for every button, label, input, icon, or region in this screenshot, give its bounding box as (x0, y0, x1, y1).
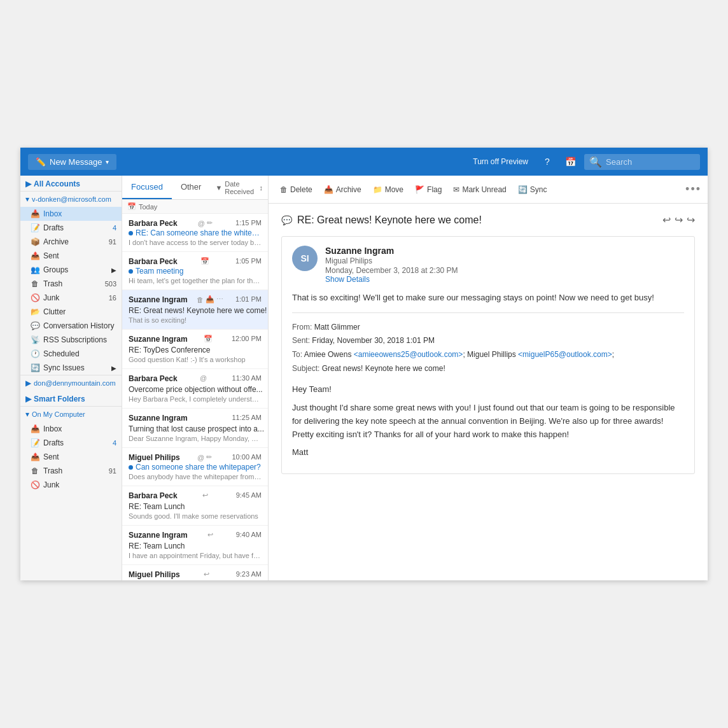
sync-button[interactable]: 🔄 Sync (513, 182, 552, 197)
new-message-button[interactable]: ✏️ New Message ▾ (28, 154, 116, 170)
email-item[interactable]: Barbara Peck 📅 1:05 PM Team meeting Hi t… (122, 252, 268, 290)
smart-folders-header[interactable]: ▶ Smart Folders (20, 391, 122, 406)
more-options-button[interactable]: ••• (685, 183, 701, 196)
sidebar-item-omc-junk[interactable]: 🚫 Junk (20, 478, 122, 492)
inbox-icon: 📥 (31, 209, 39, 218)
sidebar-item-archive[interactable]: 📦 Archive 91 (20, 235, 122, 249)
sync-icon: 🔄 (31, 363, 39, 372)
sidebar-item-scheduled[interactable]: 🕐 Scheduled (20, 347, 122, 361)
thread-title: 💬 RE: Great news! Keynote here we come! … (281, 214, 695, 226)
sidebar-item-trash[interactable]: 🗑 Trash 503 (20, 277, 122, 291)
at-icon: @ (198, 220, 205, 227)
chevron-down-icon: ▾ (25, 195, 29, 204)
sidebar-item-omc-drafts[interactable]: 📝 Drafts 4 (20, 436, 122, 450)
sidebar-item-omc-inbox[interactable]: 📥 Inbox (20, 422, 122, 436)
at-icon2: @ (200, 374, 207, 382)
email-meta: From: Matt Glimmer Sent: Friday, Novembe… (292, 321, 684, 375)
sent-icon2: 📤 (31, 452, 39, 461)
sidebar-item-omc-trash[interactable]: 🗑 Trash 91 (20, 464, 122, 478)
junk-icon2: 🚫 (31, 480, 39, 489)
more-small-icon: ⋯ (216, 295, 223, 304)
date-group: 📅 Today (122, 200, 268, 214)
archive-toolbar-icon: 📥 (324, 185, 333, 194)
delete-icon: 🗑 (280, 185, 288, 194)
sidebar-item-conversation-history[interactable]: 💬 All Accounts Conversation History (20, 319, 122, 333)
avatar: SI (292, 246, 318, 271)
email-body-full: Hey Team! Just thought I'd share some gr… (292, 383, 684, 459)
clutter-icon: 📂 (31, 307, 39, 316)
move-icon: 📁 (373, 185, 382, 194)
expand-icon: ▶ (111, 267, 116, 274)
account2-header[interactable]: ▶ don@dennymountain.com (20, 375, 122, 391)
sort-button[interactable]: ▼ Date Received ↕ (210, 180, 268, 195)
all-accounts-header[interactable]: ▶ All Accounts (20, 176, 122, 191)
email-list-body: 📅 Today Barbara Peck @ ✏ 1:15 PM (122, 200, 268, 580)
sort-icon: ↕ (260, 184, 263, 192)
reply-icon[interactable]: ↩ (662, 214, 671, 226)
chevron-right-icon: ▶ (25, 179, 31, 188)
reply-all-icon[interactable]: ↪ (675, 214, 683, 226)
sidebar-item-junk[interactable]: 🚫 Junk 16 (20, 291, 122, 305)
archive-icon: 📦 (31, 237, 39, 246)
at-icon3: @ (197, 454, 204, 461)
account1-header[interactable]: ▾ v-donken@microsoft.com (20, 191, 122, 207)
archive-button[interactable]: 📥 Archive (319, 182, 367, 197)
expand-icon2: ▶ (111, 365, 116, 372)
reading-content: 💬 RE: Great news! Keynote here we come! … (269, 204, 708, 580)
sidebar-item-sync-issues[interactable]: 🔄 Sync Issues ▶ (20, 361, 122, 375)
search-box[interactable]: 🔍 (584, 154, 700, 170)
on-my-computer-header[interactable]: ▾ On My Computer (20, 406, 122, 422)
delete-small-icon: 🗑 (197, 296, 204, 304)
inbox-icon2: 📥 (31, 424, 39, 433)
mark-unread-button[interactable]: ✉ Mark Unread (448, 182, 511, 197)
email-item[interactable]: Suzanne Ingram 11:25 AM Turning that los… (122, 409, 268, 448)
chevron-down-icon: ▾ (106, 158, 109, 165)
trash-icon: 🗑 (31, 279, 39, 288)
reading-pane: 🗑 Delete 📥 Archive 📁 Move 🚩 Flag ✉ (269, 176, 708, 580)
groups-icon: 👥 (31, 265, 39, 274)
sidebar-item-omc-sent[interactable]: 📤 Sent (20, 450, 122, 464)
flag-button[interactable]: 🚩 Flag (410, 182, 447, 197)
email-item[interactable]: Miguel Philips @ ✏ 10:00 AM Can someone … (122, 448, 268, 486)
drafts-icon: 📝 (31, 223, 39, 232)
sidebar-item-drafts[interactable]: 📝 Drafts 4 (20, 221, 122, 235)
chevron-right-icon3: ▶ (25, 395, 31, 403)
email-item-selected[interactable]: Suzanne Ingram 🗑 📥 ⋯ 1:01 PM RE: Great n… (122, 290, 268, 330)
conversation-icon: 💬 (31, 321, 39, 330)
email-item[interactable]: Suzanne Ingram ↩ 9:40 AM RE: Team Lunch … (122, 526, 268, 565)
email-item[interactable]: Barbara Peck @ ✏ 1:15 PM RE: Can someone… (122, 214, 268, 252)
email-list-header: Focused Other ▼ Date Received ↕ (122, 176, 268, 200)
sidebar-item-sent[interactable]: 📤 Sent (20, 249, 122, 263)
help-icon[interactable]: ? (538, 153, 556, 171)
email-item[interactable]: Barbara Peck ↩ 9:45 AM RE: Team Lunch So… (122, 486, 268, 526)
main-area: ▶ All Accounts ▾ v-donken@microsoft.com … (20, 176, 708, 580)
sidebar: ▶ All Accounts ▾ v-donken@microsoft.com … (20, 176, 122, 580)
compose-icon: ✏️ (36, 157, 46, 167)
sidebar-item-rss[interactable]: 📡 RSS Subscriptions (20, 333, 122, 347)
sender-info: Suzanne Ingram Migual Philips Monday, De… (325, 246, 684, 284)
turn-off-preview-button[interactable]: Turn off Preview (473, 157, 528, 166)
pencil-icon: ✏ (207, 219, 213, 227)
email-item[interactable]: Suzanne Ingram 📅 12:00 PM RE: ToyDes Con… (122, 330, 268, 369)
sidebar-item-groups[interactable]: 👥 Groups ▶ (20, 263, 122, 277)
forward-icon[interactable]: ↪ (687, 214, 695, 226)
chevron-down-icon2: ▾ (25, 410, 29, 419)
search-input[interactable] (606, 157, 695, 167)
tab-other[interactable]: Other (172, 176, 211, 199)
chevron-right-icon2: ▶ (25, 379, 31, 388)
calendar-icon3: 📅 (204, 335, 213, 343)
reply-icon2: ↩ (207, 531, 213, 539)
email-item[interactable]: Miguel Philips ↩ 9:23 AM RE: Team Lunch … (122, 565, 268, 580)
sender-row: SI Suzanne Ingram Migual Philips Monday,… (292, 246, 684, 284)
flag-icon: 🚩 (415, 185, 424, 194)
delete-button[interactable]: 🗑 Delete (275, 182, 318, 197)
sidebar-item-inbox[interactable]: 📥 Inbox (20, 207, 122, 221)
tab-focused[interactable]: Focused (122, 176, 172, 199)
scheduled-icon: 🕐 (31, 349, 39, 358)
move-button[interactable]: 📁 Move (368, 182, 409, 197)
sidebar-item-clutter[interactable]: 📂 Clutter (20, 305, 122, 319)
email-item[interactable]: Barbara Peck @ 11:30 AM Overcome price o… (122, 369, 268, 409)
calendar-icon[interactable]: 📅 (561, 153, 579, 171)
show-details-link[interactable]: Show Details (325, 275, 684, 284)
reading-toolbar: 🗑 Delete 📥 Archive 📁 Move 🚩 Flag ✉ (269, 176, 708, 204)
